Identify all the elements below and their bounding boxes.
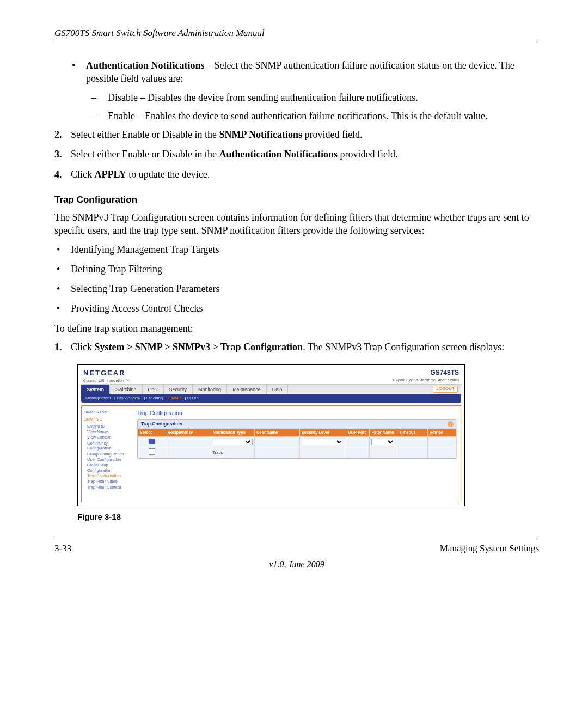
running-header: GS700TS Smart Switch Software Administra… bbox=[54, 27, 539, 40]
main-title: Trap Configuration bbox=[137, 410, 457, 417]
row-checkbox[interactable] bbox=[149, 448, 155, 455]
notification-type-select[interactable] bbox=[213, 439, 253, 445]
table-row bbox=[138, 437, 457, 447]
sidebar-item-global-trap-config[interactable]: Global Trap Configuration bbox=[87, 462, 133, 473]
col-timeout: Timeout bbox=[397, 429, 428, 437]
service-item: Identifying Management Trap Targets bbox=[71, 243, 539, 256]
option-enable: Enable – Enables the device to send auth… bbox=[108, 109, 539, 123]
service-item: Defining Trap Filtering bbox=[71, 263, 539, 276]
doc-version: v1.0, June 2009 bbox=[54, 558, 539, 570]
step-3: 3. Select either Enable or Disable in th… bbox=[71, 148, 539, 161]
footer-rule bbox=[54, 539, 539, 539]
help-icon[interactable]: ? bbox=[448, 421, 454, 427]
sidebar-cat-snmpv1v2[interactable]: SNMPV1/V2 bbox=[84, 410, 133, 416]
auth-notifications-item: Authentication Notifications – Select th… bbox=[86, 59, 539, 123]
tab-security[interactable]: Security bbox=[164, 385, 193, 394]
brand-tagline: Connect with Innovation ™ bbox=[83, 378, 129, 383]
select-all-icon[interactable] bbox=[149, 439, 155, 444]
col-user-name: User Name bbox=[254, 429, 299, 437]
col-udp-port: UDP Port bbox=[346, 429, 370, 437]
brand-logo: NETGEAR bbox=[83, 368, 129, 378]
trap-config-intro: The SNMPv3 Trap Configuration screen con… bbox=[54, 211, 539, 238]
sidebar-item-view-content[interactable]: View Content bbox=[87, 435, 133, 440]
sidebar-item-group-config[interactable]: Group Configuration bbox=[87, 452, 133, 457]
security-level-select[interactable] bbox=[302, 439, 344, 445]
footer-row: 3-33 Managing System Settings bbox=[54, 543, 539, 555]
col-security-level: Security Level bbox=[299, 429, 346, 437]
brand-block: NETGEAR Connect with Innovation ™ bbox=[83, 368, 129, 383]
main-panel: Trap Configuration Trap Configuration ? … bbox=[135, 406, 461, 502]
model-block: GS748TS 48-port Gigabit Stackable Smart … bbox=[393, 368, 459, 382]
tab-maintenance[interactable]: Maintenance bbox=[227, 385, 267, 394]
tab-qos[interactable]: QoS bbox=[143, 385, 164, 394]
content-area: SNMPV1/V2 SNMPV3 Engine ID View Name Vie… bbox=[81, 406, 461, 502]
table-row: Traps bbox=[138, 447, 457, 458]
field-description-list: Authentication Notifications – Select th… bbox=[54, 59, 539, 123]
col-filter-name: Filter Name bbox=[370, 429, 397, 437]
figure-3-18: NETGEAR Connect with Innovation ™ GS748T… bbox=[77, 364, 465, 506]
sidebar-item-trap-filter-name[interactable]: Trap Filter Name bbox=[87, 479, 133, 484]
page-number: 3-33 bbox=[54, 543, 71, 555]
col-retries: Retries bbox=[427, 429, 456, 437]
sidebar-item-view-name[interactable]: View Name bbox=[87, 429, 133, 434]
secondary-nav: Management | Device View | Stacking | SN… bbox=[81, 394, 461, 403]
step-4: 4. Click APPLY to update the device. bbox=[71, 168, 539, 181]
services-list: Identifying Management Trap Targets Defi… bbox=[54, 243, 539, 315]
subnav-snmp[interactable]: SNMP bbox=[169, 395, 181, 400]
auth-notif-title: Authentication Notifications bbox=[86, 60, 205, 71]
sidebar: SNMPV1/V2 SNMPV3 Engine ID View Name Vie… bbox=[82, 406, 135, 502]
cell-notification-type: Traps bbox=[211, 447, 254, 458]
logout-button[interactable]: LOGOUT bbox=[433, 386, 458, 393]
subnav-management[interactable]: Management bbox=[85, 395, 111, 400]
trap-config-heading: Trap Configuration bbox=[54, 194, 539, 206]
procedure-steps-a: 2. Select either Enable or Disable in th… bbox=[54, 128, 539, 181]
subnav-device-view[interactable]: Device View bbox=[117, 395, 140, 400]
option-disable: Disable – Disables the device from sendi… bbox=[108, 91, 539, 104]
step-1: 1. Click System > SNMP > SNMPv3 > Trap C… bbox=[71, 340, 539, 354]
trap-config-panel: Trap Configuration ? Select Recipients I… bbox=[137, 419, 457, 459]
auth-notif-options: Disable – Disables the device from sendi… bbox=[86, 91, 539, 123]
tab-switching[interactable]: Switching bbox=[110, 385, 143, 394]
col-notification-type: Notification Type bbox=[211, 429, 254, 437]
model-desc: 48-port Gigabit Stackable Smart Switch bbox=[393, 378, 459, 382]
header-rule bbox=[54, 42, 539, 42]
service-item: Selecting Trap Generation Parameters bbox=[71, 282, 539, 295]
service-item: Providing Access Control Checks bbox=[71, 302, 539, 315]
step-2: 2. Select either Enable or Disable in th… bbox=[71, 128, 539, 141]
subnav-stacking[interactable]: Stacking bbox=[146, 395, 163, 400]
panel-title: Trap Configuration bbox=[141, 421, 182, 427]
sidebar-item-engine-id[interactable]: Engine ID bbox=[87, 424, 133, 429]
col-recipients-ip: Recipients IP bbox=[166, 429, 211, 437]
tab-help[interactable]: Help bbox=[267, 385, 289, 394]
primary-nav: System Switching QoS Security Monitoring… bbox=[81, 384, 461, 394]
col-select: Select bbox=[138, 429, 166, 437]
figure-caption: Figure 3-18 bbox=[77, 512, 539, 522]
screenshot: NETGEAR Connect with Innovation ™ GS748T… bbox=[77, 364, 465, 506]
procedure-steps-b: 1. Click System > SNMP > SNMPv3 > Trap C… bbox=[54, 340, 539, 354]
tab-monitoring[interactable]: Monitoring bbox=[193, 385, 227, 394]
sidebar-item-trap-config[interactable]: Trap Configuration bbox=[87, 473, 133, 478]
section-name: Managing System Settings bbox=[440, 543, 539, 555]
model-name: GS748TS bbox=[393, 368, 459, 377]
sidebar-item-trap-filter-content[interactable]: Trap Filter Content bbox=[87, 485, 133, 490]
subnav-lldp[interactable]: LLDP bbox=[187, 395, 198, 400]
filter-name-select[interactable] bbox=[371, 439, 395, 445]
tab-system[interactable]: System bbox=[81, 385, 110, 394]
sidebar-item-community-config[interactable]: Community Configuration bbox=[87, 441, 133, 451]
table-header-row: Select Recipients IP Notification Type U… bbox=[138, 429, 457, 437]
sidebar-item-user-config[interactable]: User Configuration bbox=[87, 457, 133, 462]
sidebar-cat-snmpv3[interactable]: SNMPV3 bbox=[84, 417, 133, 423]
trap-table: Select Recipients IP Notification Type U… bbox=[138, 428, 457, 458]
trap-leadin: To define trap station management: bbox=[54, 322, 539, 335]
